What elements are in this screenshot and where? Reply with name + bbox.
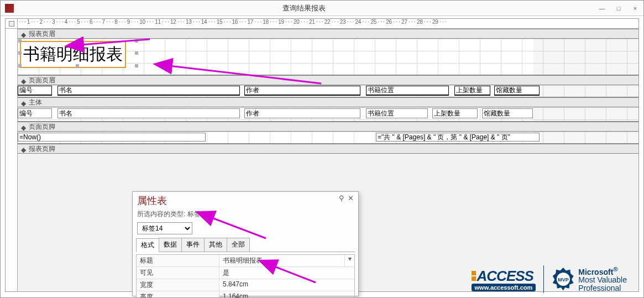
section-label: 页面页眉 (29, 76, 55, 85)
tab-data[interactable]: 数据 (159, 238, 182, 252)
detail-field[interactable]: 上架数量 (432, 108, 478, 118)
logo-squares-icon (472, 271, 476, 281)
registered-mark: ® (613, 265, 618, 273)
page-footer-canvas[interactable]: =Now() ="共 " & [Pages] & " 页，第 " & [Page… (18, 132, 638, 144)
title-bar: 查询结果报表 — □ × (1, 1, 643, 16)
section-band-page-footer[interactable]: ◆ 页面页脚 (18, 122, 638, 132)
band-toggle-icon: ◆ (21, 77, 27, 83)
title-label-control[interactable]: 书籍明细报表 (20, 41, 126, 68)
section-band-report-footer[interactable]: ◆ 报表页脚 (18, 144, 638, 154)
mvp-badge-icon: MVP (552, 268, 575, 291)
svg-text:MVP: MVP (558, 277, 569, 283)
minimize-button[interactable]: — (594, 2, 610, 14)
page-count-expression-field[interactable]: ="共 " & [Pages] & " 页，第 " & [Page] & " 页… (376, 133, 540, 142)
detail-field[interactable]: 书籍位置 (366, 108, 428, 118)
mvp-line2: Most Valuable (578, 276, 627, 284)
tab-format[interactable]: 格式 (136, 238, 159, 252)
selection-handle[interactable] (18, 51, 22, 55)
close-icon[interactable]: ✕ (348, 194, 354, 202)
horizontal-ruler[interactable]: · · · 1 · · · 2 · · · 3 · · · 4 · · · 5 … (18, 19, 638, 29)
selection-handle[interactable] (135, 51, 138, 55)
tab-all[interactable]: 全部 (227, 238, 250, 252)
section-label: 页面页脚 (29, 122, 55, 132)
selection-handle[interactable] (135, 39, 138, 43)
header-label[interactable]: 上架数量 (454, 86, 490, 96)
access-url: www.accessoft.com (472, 284, 536, 291)
report-header-canvas[interactable]: 书籍明细报表 (18, 39, 638, 75)
ruler-corner[interactable] (6, 19, 18, 29)
property-key: 标题 (137, 255, 219, 266)
logo-divider (543, 265, 544, 293)
pin-icon[interactable]: ⚲ (339, 194, 344, 202)
section-band-page-header[interactable]: ◆ 页面页眉 (18, 75, 638, 85)
band-toggle-icon: ◆ (21, 124, 27, 129)
property-value[interactable]: 书籍明细报表 (219, 255, 344, 266)
section-band-detail[interactable]: ◆ 主体 (18, 97, 638, 107)
selected-object-dropdown[interactable]: 标签14 (137, 222, 192, 234)
detail-field[interactable]: 馆藏数量 (482, 108, 533, 118)
selection-handle[interactable] (76, 64, 79, 67)
header-label[interactable]: 书籍位置 (366, 86, 449, 96)
window-controls: — □ × (594, 2, 643, 14)
property-value[interactable]: 是 (219, 267, 354, 279)
band-toggle-icon: ◆ (21, 100, 27, 105)
selection-handle[interactable] (18, 39, 22, 43)
mvp-line3: Professional (578, 284, 627, 292)
window-title: 查询结果报表 (14, 3, 594, 13)
tab-other[interactable]: 其他 (204, 238, 227, 252)
off-page-shade (533, 85, 638, 97)
watermark-logos: ACCESS www.accessoft.com MVP Microsoft® … (472, 265, 627, 293)
microsoft-text: Microsoft (578, 268, 613, 276)
mvp-logo: MVP Microsoft® Most Valuable Professiona… (552, 266, 627, 292)
property-tabs: 格式 数据 事件 其他 全部 (136, 238, 355, 252)
property-row-caption[interactable]: 标题 书籍明细报表 ▾ (137, 255, 354, 267)
section-label: 报表页眉 (29, 29, 55, 39)
property-sheet-window[interactable]: 属性表 ⚲ ✕ 所选内容的类型: 标签 标签14 格式 数据 事件 其他 全部 … (132, 191, 359, 296)
property-sheet-header[interactable]: 属性表 ⚲ ✕ (133, 192, 358, 210)
now-expression-field[interactable]: =Now() (18, 133, 206, 142)
header-label[interactable]: 编号 (18, 86, 52, 96)
detail-field[interactable]: 书名 (57, 108, 240, 118)
app-icon (5, 4, 14, 13)
selection-handle[interactable] (135, 64, 138, 67)
property-sheet-subtitle: 所选内容的类型: 标签 (133, 210, 358, 221)
property-row-width[interactable]: 宽度 5.847cm (137, 279, 354, 291)
section-label: 报表页脚 (29, 144, 55, 154)
property-grid: 标题 书籍明细报表 ▾ 可见 是 宽度 5.847cm 高度 1.164cm (136, 254, 355, 298)
off-page-shade (533, 39, 638, 75)
detail-field[interactable]: 编号 (18, 108, 52, 118)
property-value[interactable]: 1.164cm (219, 291, 354, 298)
vertical-ruler[interactable] (6, 29, 18, 291)
property-value[interactable]: 5.847cm (219, 279, 354, 291)
header-label[interactable]: 书名 (57, 86, 240, 96)
detail-field[interactable]: 作者 (244, 108, 360, 118)
property-row-visible[interactable]: 可见 是 (137, 267, 354, 279)
header-label[interactable]: 馆藏数量 (494, 86, 540, 96)
detail-canvas[interactable]: 编号 书名 作者 书籍位置 上架数量 馆藏数量 (18, 107, 638, 122)
off-page-shade (533, 107, 638, 121)
property-key: 高度 (137, 291, 219, 298)
dropdown-arrow-icon[interactable]: ▾ (344, 255, 354, 266)
band-toggle-icon: ◆ (21, 31, 27, 36)
band-toggle-icon: ◆ (21, 146, 27, 151)
off-page-shade (533, 132, 638, 143)
access-brand-text: ACCESS (477, 268, 533, 285)
accessoft-logo: ACCESS www.accessoft.com (472, 268, 536, 291)
property-key: 可见 (137, 267, 219, 279)
tab-event[interactable]: 事件 (181, 238, 205, 252)
property-sheet-title: 属性表 (137, 194, 167, 207)
property-row-height[interactable]: 高度 1.164cm (137, 291, 354, 298)
section-label: 主体 (29, 98, 42, 107)
page-header-canvas[interactable]: 编号 书名 作者 书籍位置 上架数量 馆藏数量 (18, 85, 638, 97)
close-button[interactable]: × (627, 2, 643, 14)
maximize-button[interactable]: □ (610, 2, 627, 14)
property-key: 宽度 (137, 279, 219, 291)
selection-handle[interactable] (76, 39, 79, 43)
section-band-report-header[interactable]: ◆ 报表页眉 (18, 29, 638, 39)
header-label[interactable]: 作者 (244, 86, 360, 96)
selection-handle[interactable] (18, 64, 22, 67)
